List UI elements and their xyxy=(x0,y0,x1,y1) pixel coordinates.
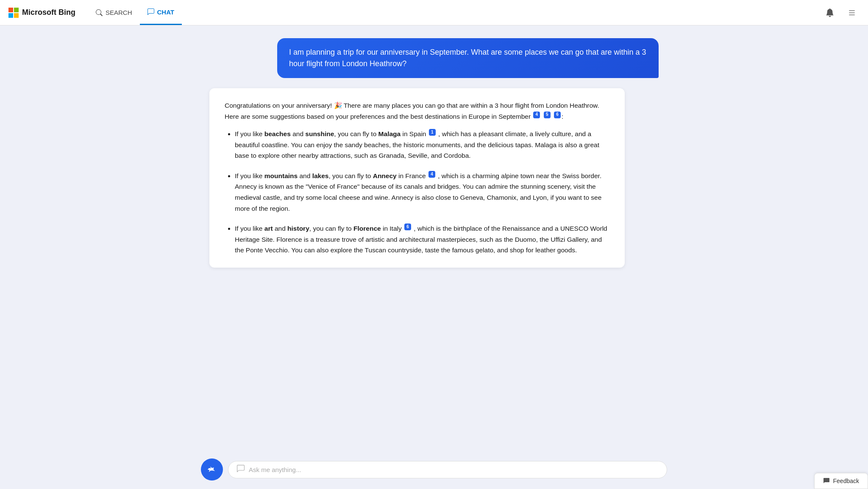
hamburger-icon xyxy=(848,8,856,17)
bing-home-button[interactable] xyxy=(201,458,223,481)
user-message-text: I am planning a trip for our anniversary… xyxy=(289,48,646,68)
destination-list: If you like beaches and sunshine, you ca… xyxy=(225,129,609,256)
place-annecy: Annecy xyxy=(373,172,397,179)
main-nav: SEARCH CHAT xyxy=(88,0,182,25)
citation-1[interactable]: 1 xyxy=(429,129,436,136)
nav-search[interactable]: SEARCH xyxy=(88,0,140,25)
place-malaga: Malaga xyxy=(378,130,401,137)
keyword-history: history xyxy=(287,225,309,232)
nav-search-label: SEARCH xyxy=(106,9,132,16)
svg-rect-3 xyxy=(14,13,19,18)
svg-rect-2 xyxy=(8,13,13,18)
search-input-container xyxy=(228,461,667,478)
user-message-container: I am planning a trip for our anniversary… xyxy=(209,38,659,78)
citation-4b[interactable]: 4 xyxy=(428,171,435,178)
input-row xyxy=(201,458,667,481)
svg-rect-0 xyxy=(8,8,13,12)
svg-rect-1 xyxy=(14,8,19,12)
keyword-lakes: lakes xyxy=(312,172,329,179)
bottom-input-bar xyxy=(0,453,868,489)
user-bubble: I am planning a trip for our anniversary… xyxy=(277,38,659,78)
ai-intro: Congratulations on your anniversary! 🎉 T… xyxy=(225,100,609,122)
citation-5[interactable]: 5 xyxy=(544,112,551,118)
keyword-mountains: mountains xyxy=(264,172,298,179)
menu-button[interactable] xyxy=(844,5,860,20)
bing-sparkle-icon xyxy=(206,464,217,475)
bing-logo-text: Microsoft Bing xyxy=(22,8,75,17)
keyword-beaches: beaches xyxy=(264,130,291,137)
bell-icon xyxy=(826,8,834,17)
list-item: If you like beaches and sunshine, you ca… xyxy=(235,129,609,161)
list-item: If you like mountains and lakes, you can… xyxy=(235,170,609,214)
notifications-button[interactable] xyxy=(822,5,837,20)
feedback-icon xyxy=(823,478,830,484)
chat-icon xyxy=(147,8,154,15)
ai-response-card: Congratulations on your anniversary! 🎉 T… xyxy=(209,88,625,268)
header-actions xyxy=(822,5,860,20)
citation-4[interactable]: 4 xyxy=(533,112,540,118)
feedback-button[interactable]: Feedback xyxy=(814,473,868,489)
place-florence: Florence xyxy=(353,225,381,232)
search-input[interactable] xyxy=(249,466,658,473)
feedback-label: Feedback xyxy=(833,478,859,484)
ms-logo-icon xyxy=(8,8,19,18)
search-icon xyxy=(96,9,103,16)
keyword-art: art xyxy=(264,225,273,232)
header: Microsoft Bing SEARCH CHAT xyxy=(0,0,868,25)
nav-chat-label: CHAT xyxy=(157,8,175,16)
nav-chat[interactable]: CHAT xyxy=(140,0,182,25)
citation-6[interactable]: 6 xyxy=(554,112,561,118)
chat-area: I am planning a trip for our anniversary… xyxy=(201,25,667,489)
keyword-sunshine: sunshine xyxy=(305,130,334,137)
search-input-icon xyxy=(237,465,245,475)
citation-6b[interactable]: 6 xyxy=(404,224,411,230)
list-item: If you like art and history, you can fly… xyxy=(235,223,609,256)
logo[interactable]: Microsoft Bing xyxy=(8,8,75,18)
chat-bubble-icon xyxy=(237,465,245,472)
